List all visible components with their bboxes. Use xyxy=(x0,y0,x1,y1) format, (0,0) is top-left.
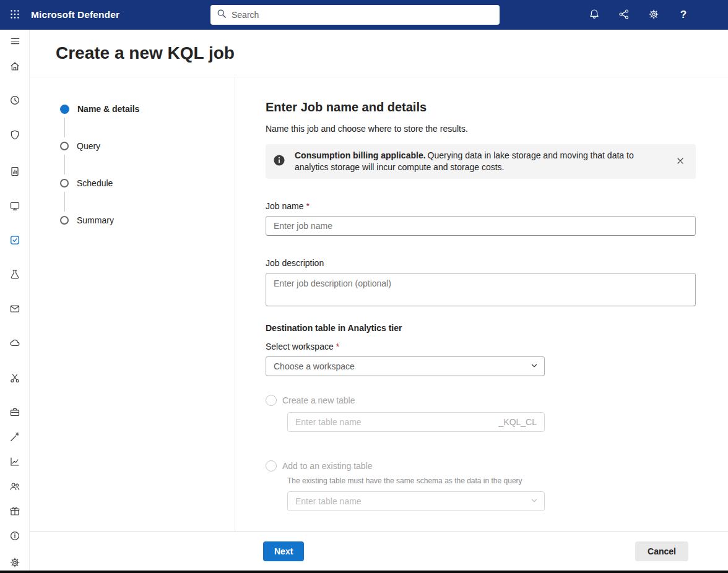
sidebar-item-automation[interactable] xyxy=(0,428,30,447)
chart-icon xyxy=(9,456,20,469)
sidebar-item-cloud[interactable] xyxy=(0,334,30,353)
form-heading: Enter Job name and details xyxy=(266,100,696,114)
beaker-icon xyxy=(9,269,20,282)
jobs-icon xyxy=(9,235,20,248)
required-asterisk: * xyxy=(336,342,339,351)
info-icon xyxy=(273,154,285,169)
step-label: Schedule xyxy=(77,178,113,188)
sidebar-item-info[interactable] xyxy=(0,527,30,546)
sidebar-item-security[interactable] xyxy=(0,126,30,145)
search-input[interactable] xyxy=(232,10,493,20)
job-name-label-text: Job name xyxy=(266,201,303,211)
main-area: Create a new KQL job Name & details Quer… xyxy=(30,30,728,571)
community-button[interactable] xyxy=(609,0,639,30)
job-name-label: Job name* xyxy=(266,201,696,211)
new-table-name-input[interactable] xyxy=(295,417,499,427)
new-table-name-field[interactable]: _KQL_CL xyxy=(287,412,545,432)
sidebar-item-analytics[interactable] xyxy=(0,452,30,472)
help-button[interactable]: ? xyxy=(669,0,698,30)
sidebar-item-history[interactable] xyxy=(0,91,30,111)
wizard-content: Name & details Query Schedule Summary En… xyxy=(30,77,728,531)
info-circle-icon xyxy=(9,530,20,543)
banner-title: Consumption billing applicable. xyxy=(295,150,426,160)
sidebar-item-home[interactable] xyxy=(0,57,30,77)
destination-heading: Destination table in Analytics tier xyxy=(266,323,696,333)
gear-icon xyxy=(648,9,659,22)
create-table-option[interactable]: Create a new table xyxy=(266,395,696,406)
sidebar-collapse-button[interactable] xyxy=(0,32,30,52)
wizard-step-schedule[interactable]: Schedule xyxy=(60,177,235,189)
step-label: Name & details xyxy=(77,104,139,114)
job-description-input[interactable] xyxy=(266,273,696,306)
sidebar-item-assets[interactable] xyxy=(0,403,30,423)
cancel-button[interactable]: Cancel xyxy=(635,541,688,561)
notifications-button[interactable] xyxy=(579,0,609,30)
sidebar-item-devices[interactable] xyxy=(0,197,30,217)
step-label: Query xyxy=(77,141,100,151)
briefcase-icon xyxy=(9,407,20,420)
step-indicator xyxy=(60,179,69,187)
existing-table-dropdown[interactable] xyxy=(287,491,545,511)
people-icon xyxy=(9,481,20,494)
page-title: Create a new KQL job xyxy=(56,43,235,63)
chevron-down-icon xyxy=(531,361,538,372)
existing-table-hint: The existing table must have the same sc… xyxy=(287,476,696,485)
step-indicator-filled xyxy=(60,105,69,114)
required-asterisk: * xyxy=(306,201,309,211)
cloud-icon xyxy=(9,337,20,350)
existing-table-radio[interactable] xyxy=(266,460,277,472)
sidebar-item-email[interactable] xyxy=(0,299,30,319)
mail-icon xyxy=(9,303,20,316)
bell-icon xyxy=(589,9,600,22)
menu-icon xyxy=(10,36,20,48)
sidebar-item-identities[interactable] xyxy=(0,477,30,497)
search-icon xyxy=(217,9,227,21)
info-banner: Consumption billing applicable.Querying … xyxy=(266,144,696,179)
step-indicator xyxy=(60,142,69,150)
job-name-input[interactable] xyxy=(266,216,696,236)
banner-text: Consumption billing applicable.Querying … xyxy=(295,150,674,173)
wizard-step-name-details[interactable]: Name & details xyxy=(60,103,235,115)
create-table-radio[interactable] xyxy=(266,395,277,406)
window-bottom-edge xyxy=(0,571,728,573)
gift-icon xyxy=(9,506,20,519)
sidebar-item-attack-surface[interactable] xyxy=(0,369,30,389)
banner-close-button[interactable] xyxy=(674,154,687,170)
workspace-label-text: Select workspace xyxy=(266,342,334,351)
step-connector xyxy=(64,192,65,212)
form-subheading: Name this job and choose where to store … xyxy=(266,124,696,134)
app-launcher-button[interactable] xyxy=(0,0,30,30)
waffle-icon xyxy=(10,9,20,21)
chevron-down-icon xyxy=(531,496,538,507)
sidebar-item-whats-new[interactable] xyxy=(0,502,30,522)
existing-table-option[interactable]: Add to an existing table xyxy=(266,460,696,472)
wizard-step-query[interactable]: Query xyxy=(60,140,235,152)
step-label: Summary xyxy=(77,215,114,225)
wizard-steps: Name & details Query Schedule Summary xyxy=(30,77,235,531)
clock-icon xyxy=(9,95,20,108)
existing-table-input[interactable] xyxy=(295,496,531,506)
workspace-label: Select workspace* xyxy=(266,342,696,351)
step-connector xyxy=(64,155,65,174)
topbar-actions: ? xyxy=(579,0,728,30)
job-description-label: Job description xyxy=(266,258,696,268)
close-icon xyxy=(676,157,685,167)
report-icon xyxy=(9,166,20,179)
topbar: Microsoft Defender ? xyxy=(0,0,728,30)
existing-table-label: Add to an existing table xyxy=(282,461,373,471)
gear-icon xyxy=(9,557,20,570)
next-button[interactable]: Next xyxy=(263,541,304,561)
scissors-icon xyxy=(9,373,20,386)
settings-button[interactable] xyxy=(639,0,669,30)
workspace-dropdown-value: Choose a workspace xyxy=(274,361,531,371)
sidebar-item-reports[interactable] xyxy=(0,162,30,182)
sidebar-item-jobs-active[interactable] xyxy=(0,231,30,251)
help-icon: ? xyxy=(680,9,687,21)
search-box[interactable] xyxy=(210,5,500,25)
wizard-step-summary[interactable]: Summary xyxy=(60,214,235,226)
sidebar-item-labs[interactable] xyxy=(0,265,30,285)
table-name-suffix: _KQL_CL xyxy=(499,417,537,427)
page-header: Create a new KQL job xyxy=(30,30,728,77)
workspace-dropdown[interactable]: Choose a workspace xyxy=(266,356,545,376)
step-connector xyxy=(64,118,65,137)
